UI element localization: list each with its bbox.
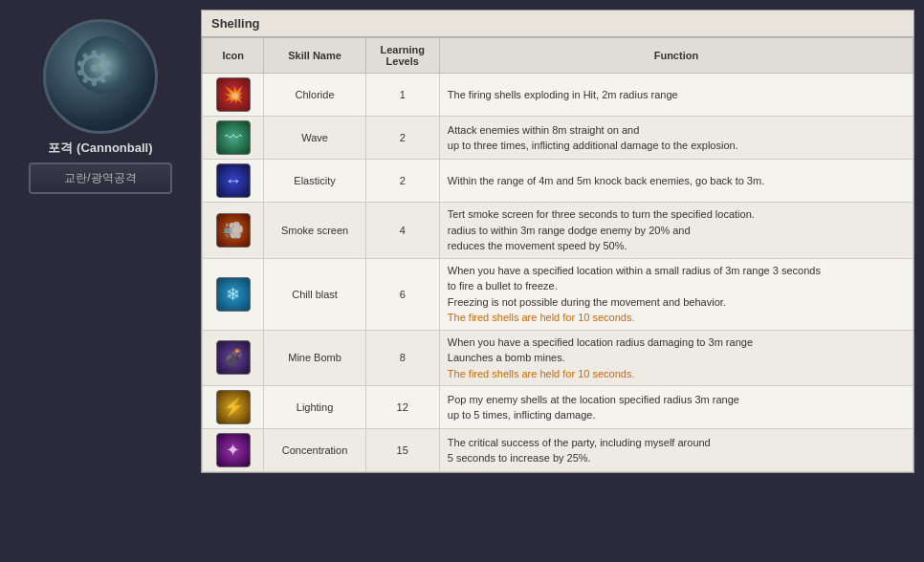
skill-function: The critical success of the party, inclu… — [439, 429, 913, 472]
skill-name: Smoke screen — [264, 203, 365, 259]
table-row: ❄Chill blast6When you have a specified l… — [203, 258, 913, 330]
skill-function: When you have a specified location radiu… — [439, 330, 913, 386]
skill-function: Attack enemies within 8m straight on and… — [439, 117, 913, 160]
skill-icon-cell: ❄ — [203, 258, 264, 330]
skill-name: Concentration — [264, 429, 365, 472]
function-text: The firing shells exploding in Hit, 2m r… — [448, 89, 678, 100]
skill-name: Wave — [264, 117, 365, 160]
skill-level: 12 — [365, 386, 439, 429]
skill-function: When you have a specified location withi… — [439, 258, 913, 330]
function-text: 5 seconds to increase by 25%. — [448, 452, 591, 464]
icon-chloride: 💥 — [216, 77, 251, 112]
icon-smokescreen: 💨 — [216, 213, 251, 248]
table-row: ↔Elasticity2Within the range of 4m and 5… — [203, 160, 913, 203]
skill-level: 2 — [365, 160, 439, 203]
skill-name: Chloride — [264, 74, 365, 117]
function-text: When you have a specified location withi… — [448, 265, 821, 276]
skill-level: 2 — [365, 117, 439, 160]
right-panel: Shelling Icon Skill Name LearningLevels … — [201, 10, 914, 473]
table-row: ⚡Lighting12Pop my enemy shells at the lo… — [203, 386, 913, 429]
header-skillname: Skill Name — [264, 38, 365, 74]
skills-table: Icon Skill Name LearningLevels Function … — [202, 37, 913, 472]
function-text: Launches a bomb mines. — [448, 352, 565, 363]
skill-level: 1 — [365, 74, 439, 117]
skill-name: Chill blast — [264, 258, 365, 330]
skill-name: Elasticity — [264, 160, 365, 203]
header-function: Function — [439, 38, 913, 74]
header-levels: LearningLevels — [365, 38, 439, 74]
icon-minebomb: 💣 — [216, 340, 251, 375]
icon-lighting: ⚡ — [216, 390, 251, 424]
function-text: When you have a specified location radiu… — [448, 336, 753, 348]
function-text: The critical success of the party, inclu… — [448, 437, 711, 448]
skill-icon-cell: 💨 — [203, 203, 264, 259]
skill-level: 6 — [365, 258, 439, 330]
table-row: 〰Wave2Attack enemies within 8m straight … — [203, 117, 913, 160]
skill-level: 8 — [365, 330, 439, 386]
icon-concentration: ✦ — [216, 433, 251, 467]
table-row: 💥Chloride1The firing shells exploding in… — [203, 74, 913, 117]
skill-icon-cell: 〰 — [203, 117, 264, 160]
function-text: Tert smoke screen for three seconds to t… — [448, 208, 755, 220]
orange-note: The fired shells are held for 10 seconds… — [448, 368, 635, 379]
table-header-row: Icon Skill Name LearningLevels Function — [203, 38, 913, 74]
function-text: Attack enemies within 8m straight on and — [448, 124, 640, 136]
table-row: 💣Mine Bomb8When you have a specified loc… — [203, 330, 913, 386]
orange-note: The fired shells are held for 10 seconds… — [448, 312, 635, 323]
character-label: 포격 (Cannonball) — [48, 140, 152, 157]
table-row: ✦Concentration15The critical success of … — [203, 429, 913, 472]
skill-name: Lighting — [264, 386, 365, 429]
function-text: up to three times, inflicting additional… — [448, 140, 738, 151]
function-text: to fire a bullet to freeze. — [448, 280, 558, 292]
function-text: Freezing is not possible during the move… — [448, 296, 726, 308]
function-text: up to 5 times, inflicting damage. — [448, 409, 596, 421]
table-row: 💨Smoke screen4Tert smoke screen for thre… — [203, 203, 913, 259]
class-button[interactable]: 교란/광역공격 — [29, 162, 172, 194]
skill-name: Mine Bomb — [264, 330, 365, 386]
skill-icon-cell: ↔ — [203, 160, 264, 203]
function-text: Pop my enemy shells at the location spec… — [448, 394, 739, 405]
table-title: Shelling — [202, 11, 913, 37]
skill-icon-cell: ✦ — [203, 429, 264, 472]
skill-level: 15 — [365, 429, 439, 472]
skill-icon-cell: 💥 — [203, 74, 264, 117]
function-text: reduces the movement speed by 50%. — [448, 240, 627, 251]
skill-function: Tert smoke screen for three seconds to t… — [439, 203, 913, 259]
left-panel: 포격 (Cannonball) 교란/광역공격 — [10, 10, 191, 194]
skill-function: Within the range of 4m and 5m knock back… — [439, 160, 913, 203]
skill-level: 4 — [365, 203, 439, 259]
icon-chillblast: ❄ — [216, 277, 251, 312]
header-icon: Icon — [203, 38, 264, 74]
icon-elasticity: ↔ — [216, 163, 251, 198]
skill-function: The firing shells exploding in Hit, 2m r… — [439, 74, 913, 117]
function-text: radius to within 3m range dodge enemy by… — [448, 225, 691, 236]
function-text: Within the range of 4m and 5m knock back… — [448, 175, 764, 186]
character-icon — [43, 19, 158, 134]
skill-icon-cell: ⚡ — [203, 386, 264, 429]
skill-icon-cell: 💣 — [203, 330, 264, 386]
icon-wave: 〰 — [216, 120, 251, 155]
skill-function: Pop my enemy shells at the location spec… — [439, 386, 913, 429]
